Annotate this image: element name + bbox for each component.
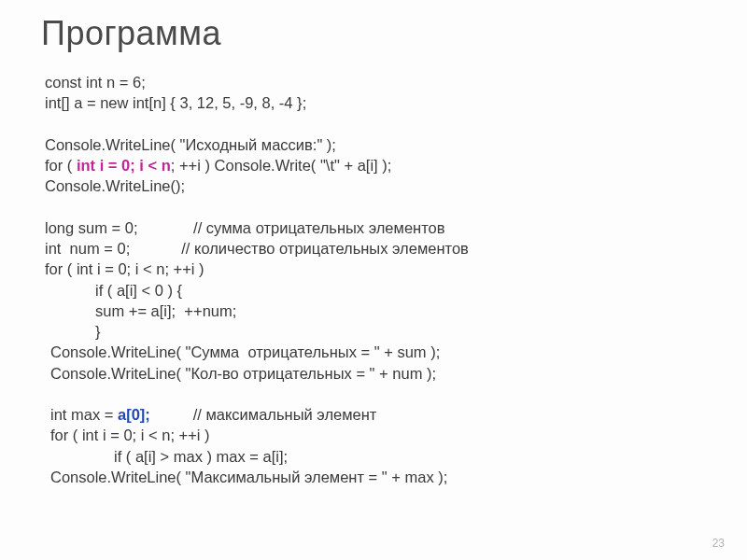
code-line: for ( int i = 0; i < n; ++i ) bbox=[45, 260, 204, 277]
code-line: Console.WriteLine(); bbox=[45, 177, 185, 194]
code-block: const int n = 6; int[] a = new int[n] { … bbox=[45, 51, 730, 509]
code-line: const int n = 6; bbox=[45, 74, 146, 91]
slide-content: Программа const int n = 6; int[] a = new… bbox=[0, 0, 747, 560]
code-line: } bbox=[45, 321, 101, 342]
code-line: Console.WriteLine( "Максимальный элемент… bbox=[45, 467, 447, 487]
highlight-magenta: int i = 0; i < n bbox=[77, 157, 171, 174]
code-line: Console.WriteLine( "Сумма отрицательных … bbox=[45, 342, 440, 362]
code-line: Console.WriteLine( "Исходный массив:" ); bbox=[45, 136, 336, 153]
page-number: 23 bbox=[712, 536, 725, 551]
code-line: if ( a[i] > max ) max = a[i]; bbox=[45, 446, 288, 467]
code-line: long sum = 0; // сумма отрицательных эле… bbox=[45, 219, 445, 236]
code-line: Console.WriteLine( "Кол-во отрицательных… bbox=[45, 363, 436, 384]
slide-title: Программа bbox=[41, 11, 730, 57]
code-line: for ( int i = 0; i < n; ++i ) Console.Wr… bbox=[45, 157, 391, 174]
code-line: sum += a[i]; ++num; bbox=[45, 301, 236, 321]
code-line: int num = 0; // количество отрицательных… bbox=[45, 240, 469, 257]
code-line: for ( int i = 0; i < n; ++i ) bbox=[45, 425, 210, 445]
highlight-blue: a[0]; bbox=[118, 406, 150, 423]
code-line: int[] a = new int[n] { 3, 12, 5, -9, 8, … bbox=[45, 94, 306, 111]
code-line: if ( a[i] < 0 ) { bbox=[45, 280, 182, 301]
code-line: int max = a[0]; // максимальный элемент bbox=[45, 404, 376, 425]
